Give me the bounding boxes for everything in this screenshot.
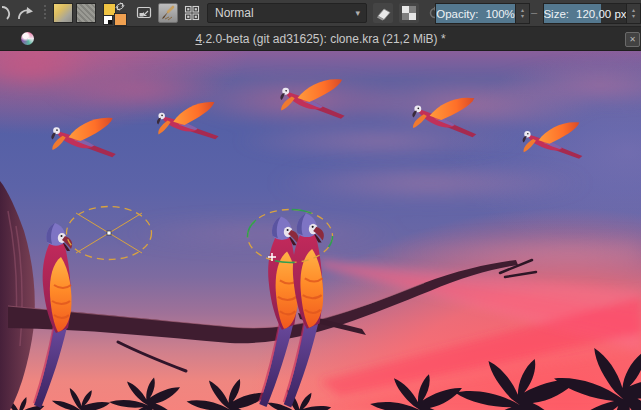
close-icon: ✕ xyxy=(629,36,636,44)
opacity-text: Opacity: 100% xyxy=(436,4,515,23)
toolbar-grip[interactable] xyxy=(42,5,47,21)
redo-icon xyxy=(16,4,34,22)
brush-settings-icon xyxy=(135,4,153,22)
size-spinbox[interactable]: Size: 120,00 px ▴ ▾ xyxy=(543,3,641,24)
preset-grid-button[interactable] xyxy=(182,3,202,23)
eraser-mode-button[interactable] xyxy=(373,3,393,23)
close-document-button[interactable]: ✕ xyxy=(625,32,640,47)
opacity-spinbox[interactable]: Opacity: 100% ▴ ▾ xyxy=(435,3,530,24)
undo-button[interactable] xyxy=(0,3,12,23)
swap-colors-icon[interactable] xyxy=(115,2,125,11)
blending-mode-value: Normal xyxy=(208,6,355,20)
krita-window: Normal ▾ Opacity: xyxy=(0,0,641,410)
grid-icon xyxy=(183,4,201,22)
clone-source-marker[interactable] xyxy=(67,207,152,260)
flying-parrots xyxy=(50,79,583,164)
edit-brush-settings-button[interactable] xyxy=(134,3,154,23)
toolbar-separator-dash: ‒ xyxy=(531,6,537,18)
blending-mode-select[interactable]: Normal ▾ xyxy=(207,3,367,23)
title-text: .2.0-beta (git ad31625): clone.kra (21,2… xyxy=(202,32,445,46)
redo-button[interactable] xyxy=(15,3,35,23)
eraser-icon xyxy=(374,4,392,22)
krita-logo-icon xyxy=(21,32,34,45)
title-mnemonic: 4 xyxy=(195,32,202,46)
spin-down-icon[interactable]: ▾ xyxy=(521,14,524,20)
document-tab-bar: 4.2.0-beta (git ad31625): clone.kra (21,… xyxy=(0,27,641,51)
spin-down-icon[interactable]: ▾ xyxy=(632,14,635,20)
chevron-down-icon: ▾ xyxy=(355,8,366,18)
alpha-checkerboard-icon xyxy=(400,4,418,22)
opacity-slider[interactable]: Opacity: 100% xyxy=(435,3,516,24)
opacity-spin-arrows[interactable]: ▴ ▾ xyxy=(516,3,530,24)
size-slider[interactable]: Size: 120,00 px xyxy=(543,3,627,24)
background-color-swatch[interactable] xyxy=(114,13,127,26)
undo-icon xyxy=(0,4,11,22)
opacity-label: Opacity: xyxy=(436,8,478,20)
preserve-alpha-button[interactable] xyxy=(399,3,419,23)
opacity-value: 100% xyxy=(485,8,514,20)
gradient-chooser-button[interactable] xyxy=(53,3,73,23)
brush-icon xyxy=(159,4,177,22)
reset-colors-icon[interactable] xyxy=(103,15,113,25)
tree-trunk xyxy=(0,181,35,410)
document-title: 4.2.0-beta (git ad31625): clone.kra (21,… xyxy=(0,32,641,46)
canvas[interactable] xyxy=(0,51,641,410)
pattern-chooser-button[interactable] xyxy=(76,3,96,23)
size-value: 120,00 px xyxy=(576,8,627,20)
brush-preset-button[interactable] xyxy=(158,3,178,23)
painting-scene xyxy=(0,51,641,410)
foreground-background-colors[interactable] xyxy=(102,1,126,25)
main-toolbar: Normal ▾ Opacity: xyxy=(0,0,641,27)
size-text: Size: 120,00 px xyxy=(544,4,626,23)
size-label: Size: xyxy=(543,8,569,20)
size-spin-arrows[interactable]: ▴ ▾ xyxy=(627,3,641,24)
